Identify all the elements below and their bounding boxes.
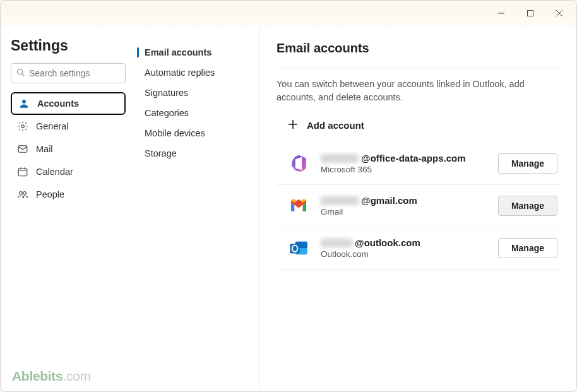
account-info: @office-data-apps.comMicrosoft 365 xyxy=(321,153,487,174)
account-email: @outlook.com xyxy=(321,237,487,248)
svg-point-13 xyxy=(20,192,23,195)
svg-rect-8 xyxy=(18,146,27,153)
subnav-item-email-accounts[interactable]: Email accounts xyxy=(133,42,253,62)
sidebar-item-mail[interactable]: Mail xyxy=(11,138,126,160)
sidebar-item-label: Calendar xyxy=(36,167,73,177)
sidebar-item-label: People xyxy=(36,189,64,199)
sidebar-item-people[interactable]: People xyxy=(11,183,126,206)
account-email-suffix: @outlook.com xyxy=(355,237,420,248)
divider xyxy=(277,67,560,68)
svg-line-5 xyxy=(22,74,24,76)
sidebar-item-general[interactable]: General xyxy=(11,115,126,138)
account-row: @outlook.comOutlook.comManage xyxy=(277,227,560,270)
secondary-sidebar: Email accountsAutomatic repliesSignature… xyxy=(133,26,259,391)
page-description: You can switch between your accounts lin… xyxy=(277,78,560,104)
search-icon xyxy=(16,68,25,78)
account-email-suffix: @office-data-apps.com xyxy=(361,153,465,163)
account-provider: Microsoft 365 xyxy=(321,165,487,174)
outlook-icon xyxy=(288,237,309,259)
watermark: Ablebits.com xyxy=(12,369,91,384)
settings-title: Settings xyxy=(11,37,126,54)
maximize-button[interactable] xyxy=(516,3,545,23)
subnav-item-mobile-devices[interactable]: Mobile devices xyxy=(133,123,253,143)
account-info: @gmail.comGmail xyxy=(321,195,487,217)
account-email: @office-data-apps.com xyxy=(321,153,487,163)
account-provider: Gmail xyxy=(321,207,487,217)
add-account-button[interactable]: Add account xyxy=(277,116,560,143)
manage-button[interactable]: Manage xyxy=(498,196,557,216)
add-account-label: Add account xyxy=(307,120,364,131)
mail-icon xyxy=(17,143,28,155)
svg-point-6 xyxy=(22,100,26,104)
person-icon xyxy=(18,98,30,109)
manage-button[interactable]: Manage xyxy=(498,153,557,174)
window-titlebar xyxy=(1,1,576,26)
search-input[interactable] xyxy=(11,63,126,83)
people-icon xyxy=(17,189,28,200)
minimize-button[interactable] xyxy=(487,3,516,23)
account-email: @gmail.com xyxy=(321,195,487,206)
account-email-suffix: @gmail.com xyxy=(361,195,417,206)
account-row: @office-data-apps.comMicrosoft 365Manage xyxy=(277,143,560,185)
subnav-item-signatures[interactable]: Signatures xyxy=(133,83,253,103)
sidebar-item-calendar[interactable]: Calendar xyxy=(11,160,126,183)
calendar-icon xyxy=(17,166,28,177)
account-row: @gmail.comGmailManage xyxy=(277,185,560,227)
gear-icon xyxy=(17,121,28,132)
primary-sidebar: Settings AccountsGeneralMailCalendarPeop… xyxy=(1,26,133,391)
gmail-icon xyxy=(288,195,309,217)
sidebar-item-label: Mail xyxy=(36,144,53,154)
search-wrap xyxy=(11,63,126,83)
svg-point-7 xyxy=(21,125,25,128)
svg-point-14 xyxy=(23,192,27,195)
manage-button[interactable]: Manage xyxy=(498,238,557,258)
svg-rect-1 xyxy=(528,11,533,16)
svg-rect-9 xyxy=(18,169,27,176)
m365-icon xyxy=(288,153,309,174)
redacted-username xyxy=(321,196,359,205)
close-button[interactable] xyxy=(545,3,574,23)
redacted-username xyxy=(321,154,359,163)
subnav-item-categories[interactable]: Categories xyxy=(133,103,253,123)
sidebar-item-label: Accounts xyxy=(37,98,79,109)
settings-window: Settings AccountsGeneralMailCalendarPeop… xyxy=(0,0,577,392)
main-panel: Email accounts You can switch between yo… xyxy=(259,26,576,391)
sidebar-item-label: General xyxy=(36,121,69,131)
svg-point-4 xyxy=(18,69,23,74)
subnav-item-storage[interactable]: Storage xyxy=(133,143,253,163)
account-provider: Outlook.com xyxy=(321,249,487,259)
redacted-username xyxy=(321,239,352,247)
subnav-item-automatic-replies[interactable]: Automatic replies xyxy=(133,62,253,83)
sidebar-item-accounts[interactable]: Accounts xyxy=(11,92,126,115)
page-title: Email accounts xyxy=(277,41,560,56)
account-info: @outlook.comOutlook.com xyxy=(321,237,487,259)
plus-icon xyxy=(288,119,298,131)
